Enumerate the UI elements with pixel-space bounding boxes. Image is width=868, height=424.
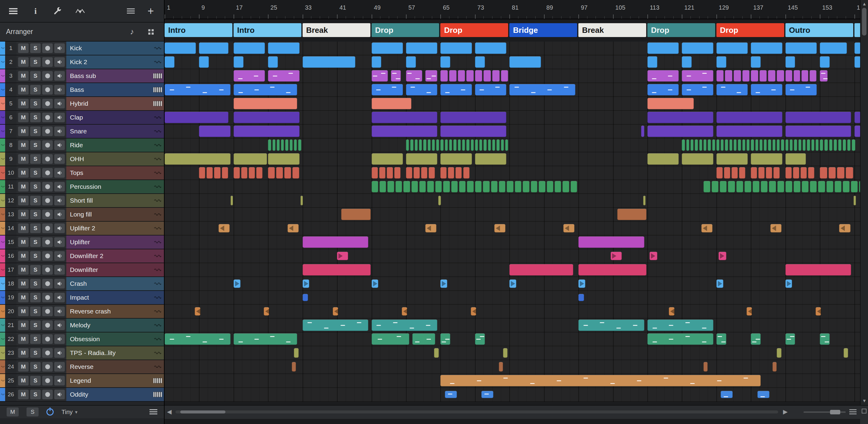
mute-button[interactable]: M — [18, 57, 29, 67]
clip[interactable] — [241, 167, 247, 178]
clip[interactable] — [406, 139, 409, 151]
clip[interactable] — [164, 84, 230, 95]
clip[interactable] — [164, 153, 230, 165]
clip[interactable] — [777, 181, 784, 192]
solo-button[interactable]: S — [30, 182, 41, 192]
clip[interactable] — [768, 139, 771, 151]
v-scroll-thumb[interactable] — [862, 8, 867, 36]
clip[interactable] — [440, 126, 506, 137]
clip[interactable] — [760, 70, 767, 81]
mute-button[interactable]: M — [18, 99, 29, 108]
record-arm-button[interactable] — [42, 140, 53, 150]
arranger-section[interactable]: Intro — [234, 23, 301, 37]
clip[interactable] — [851, 181, 858, 192]
clip[interactable] — [440, 42, 472, 54]
clip[interactable] — [760, 139, 763, 151]
mute-button[interactable]: M — [18, 71, 29, 81]
clip[interactable] — [284, 167, 291, 178]
clip[interactable] — [682, 84, 713, 95]
clip[interactable] — [835, 181, 841, 192]
clip[interactable] — [419, 139, 422, 151]
record-arm-button[interactable] — [42, 390, 53, 399]
timeline-ruler[interactable]: 1917253341495765738189971051131211291371… — [164, 0, 861, 19]
track-lane[interactable] — [164, 277, 861, 291]
solo-button[interactable]: S — [30, 334, 41, 344]
clip[interactable] — [824, 139, 828, 151]
clip[interactable] — [285, 139, 288, 151]
track-header[interactable]: 13MSLong fill — [0, 208, 164, 222]
clip[interactable] — [234, 167, 240, 178]
clip[interactable] — [785, 181, 792, 192]
clip[interactable] — [429, 167, 435, 178]
record-arm-button[interactable] — [42, 334, 53, 344]
record-arm-button[interactable] — [42, 223, 53, 233]
monitor-button[interactable] — [54, 154, 65, 164]
arranger-section[interactable]: Drop — [372, 23, 439, 37]
clip[interactable] — [440, 280, 447, 288]
track-header[interactable]: 9MSOHH — [0, 152, 164, 166]
track-lane[interactable] — [164, 166, 861, 180]
clip[interactable] — [379, 181, 386, 192]
arranger-section[interactable]: Intro — [164, 23, 232, 37]
mute-button[interactable]: M — [18, 209, 29, 219]
track-lane[interactable] — [164, 125, 861, 138]
clip[interactable] — [372, 70, 388, 81]
mute-button[interactable]: M — [18, 43, 29, 53]
clip[interactable] — [847, 139, 850, 151]
clip[interactable] — [503, 348, 508, 358]
clip[interactable] — [509, 280, 516, 288]
clip[interactable] — [234, 126, 300, 137]
record-arm-button[interactable] — [42, 112, 53, 122]
clip[interactable] — [434, 348, 439, 358]
clip[interactable] — [555, 181, 561, 192]
record-arm-button[interactable] — [42, 209, 53, 219]
clip[interactable] — [432, 139, 435, 151]
clip[interactable] — [785, 333, 795, 345]
record-arm-button[interactable] — [42, 57, 53, 67]
menu-icon[interactable] — [7, 5, 19, 17]
monitor-button[interactable] — [54, 43, 65, 53]
clip[interactable] — [164, 112, 228, 123]
clip[interactable] — [820, 333, 830, 345]
monitor-button[interactable] — [54, 140, 65, 150]
clip[interactable] — [281, 139, 284, 151]
clip[interactable] — [372, 98, 412, 109]
arranger-section[interactable]: Outro — [785, 23, 853, 37]
mute-button[interactable]: M — [18, 279, 29, 289]
info-icon[interactable]: i — [30, 5, 41, 17]
clip[interactable] — [647, 320, 713, 331]
record-arm-button[interactable] — [42, 320, 53, 330]
track-lane[interactable] — [164, 180, 861, 194]
solo-button[interactable]: S — [30, 168, 41, 178]
track-lane[interactable] — [164, 388, 861, 402]
clip[interactable] — [303, 294, 308, 301]
clip[interactable] — [752, 181, 760, 192]
track-header[interactable]: 8MSRide — [0, 138, 164, 152]
mute-button[interactable]: M — [18, 376, 29, 386]
mute-button[interactable]: M — [18, 154, 29, 164]
clip[interactable] — [412, 333, 435, 345]
clip[interactable] — [445, 391, 457, 398]
clip[interactable] — [682, 153, 713, 165]
clip[interactable] — [820, 42, 847, 54]
monitor-button[interactable] — [54, 223, 65, 233]
clip[interactable] — [785, 153, 806, 165]
clip[interactable] — [471, 139, 474, 151]
clip[interactable] — [730, 139, 733, 151]
clip[interactable] — [484, 70, 491, 81]
clip[interactable] — [766, 167, 772, 178]
clip[interactable] — [739, 167, 745, 178]
clip[interactable] — [855, 42, 861, 54]
vertical-scroll-bar[interactable]: ▲ ▼ — [860, 0, 868, 405]
clip[interactable] — [234, 70, 265, 81]
track-header[interactable]: 26MSOddity — [0, 388, 164, 402]
clip[interactable] — [396, 181, 402, 192]
clip[interactable] — [466, 139, 469, 151]
clip[interactable] — [855, 126, 861, 137]
clip[interactable] — [695, 139, 698, 151]
clip[interactable] — [855, 56, 861, 68]
clip[interactable] — [440, 167, 447, 178]
clip[interactable] — [234, 112, 300, 123]
arranger-section[interactable]: Break — [303, 23, 370, 37]
clip[interactable] — [802, 181, 809, 192]
